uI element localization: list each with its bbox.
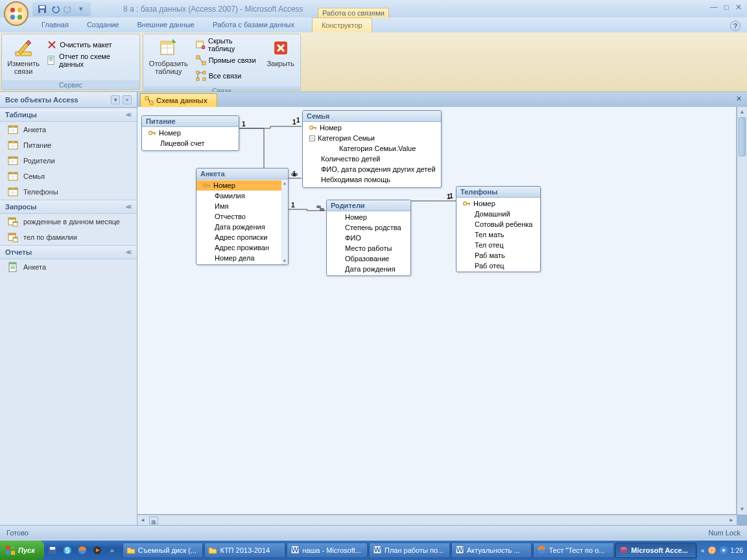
ql-media-icon[interactable] <box>90 543 104 557</box>
nav-group-header[interactable]: Запросы≪ <box>0 200 137 214</box>
scroll-up-icon[interactable]: ▲ <box>737 107 747 117</box>
start-button[interactable]: Пуск <box>0 541 44 560</box>
hide-table-button[interactable]: Скрыть таблицу <box>193 38 262 52</box>
help-icon[interactable]: ? <box>730 21 741 31</box>
close-button[interactable]: Закрыть <box>264 36 297 69</box>
table-field[interactable]: Место работы <box>327 243 410 253</box>
horizontal-scrollbar[interactable]: ◄ ▦ ► <box>137 515 737 525</box>
ql-save-icon[interactable] <box>45 543 60 557</box>
redo-icon[interactable] <box>62 3 74 15</box>
taskbar-button[interactable]: WАктуальность ... <box>451 542 532 558</box>
scroll-down-icon[interactable]: ▼ <box>737 504 747 515</box>
table-field[interactable]: Номер <box>196 180 288 191</box>
record-selector-icon[interactable]: ▦ <box>149 517 158 524</box>
qat-dropdown-icon[interactable]: ▾ <box>75 3 87 15</box>
table-roditeli[interactable]: РодителиНомерСтепень родстваФИОМесто раб… <box>326 200 411 276</box>
nav-dropdown-icon[interactable]: ▾ <box>111 95 120 104</box>
tab-create[interactable]: Создание <box>78 18 128 32</box>
table-field[interactable]: Имя <box>196 201 288 211</box>
table-telefony[interactable]: ТелефоныНомерДомашнийСотовый ребенкаТел … <box>456 186 541 272</box>
scroll-right-icon[interactable]: ► <box>726 515 737 526</box>
table-field[interactable]: ФИО, дата рождения других детей <box>303 164 441 174</box>
tray-app-icon[interactable]: @ <box>707 546 717 555</box>
direct-relationships-button[interactable]: Прямые связи <box>193 53 262 67</box>
table-field[interactable]: Сотовый ребенка <box>456 219 540 229</box>
nav-item[interactable]: Телефоны <box>0 184 137 200</box>
table-field[interactable]: Адрес проживан <box>196 242 288 253</box>
table-header[interactable]: Питание <box>142 116 239 127</box>
tab-home[interactable]: Главная <box>32 18 78 32</box>
minimize-button[interactable]: — <box>710 3 718 12</box>
doc-tab-close-icon[interactable]: ✕ <box>734 95 743 104</box>
expand-icon[interactable]: − <box>309 135 315 141</box>
tray-network-icon[interactable] <box>719 546 728 555</box>
table-field[interactable]: Номер <box>303 122 441 133</box>
ql-firefox-icon[interactable] <box>75 543 89 557</box>
table-field[interactable]: Фамилия <box>196 191 288 201</box>
scroll-thumb[interactable] <box>739 117 746 156</box>
system-tray[interactable]: « @ 1:26 <box>697 541 747 560</box>
relationship-report-button[interactable]: Отчет по схеме данных <box>44 53 134 67</box>
table-field[interactable]: −Категория Семьи <box>303 133 441 143</box>
table-field[interactable]: Раб отец <box>456 261 540 271</box>
tab-external-data[interactable]: Внешние данные <box>128 18 204 32</box>
table-header[interactable]: Семья <box>303 111 441 122</box>
table-field[interactable]: Домашний <box>456 209 540 219</box>
clear-layout-button[interactable]: Очистить макет <box>44 38 134 52</box>
nav-group-header[interactable]: Таблицы≪ <box>0 108 137 122</box>
taskbar-button[interactable]: Wнаша - Microsoft... <box>287 542 368 558</box>
show-table-button[interactable]: Отобразить таблицу <box>147 36 191 76</box>
taskbar-button[interactable]: Съемный диск (... <box>123 542 204 558</box>
tab-design[interactable]: Конструктор <box>312 18 372 32</box>
taskbar-button[interactable]: Тест "Тест по о... <box>533 542 614 558</box>
table-header[interactable]: Телефоны <box>456 187 540 198</box>
all-relationships-button[interactable]: Все связи <box>193 69 262 83</box>
nav-pane-header[interactable]: Все объекты Access ▾ « <box>0 92 137 108</box>
vertical-scrollbar[interactable]: ▲ ▼ <box>737 107 747 515</box>
taskbar-button[interactable]: Microsoft Acce... <box>615 542 696 558</box>
tray-clock[interactable]: 1:26 <box>731 547 743 554</box>
nav-collapse-icon[interactable]: « <box>123 95 132 104</box>
table-field[interactable]: Дата рождения <box>196 222 288 232</box>
maximize-button[interactable]: □ <box>724 3 729 12</box>
scroll-left-icon[interactable]: ◄ <box>137 515 148 526</box>
table-field[interactable]: Тел мать <box>456 229 540 240</box>
ql-expand-icon[interactable]: » <box>105 543 119 557</box>
table-field[interactable]: Адрес прописки <box>196 232 288 242</box>
table-header[interactable]: Родители <box>327 200 410 211</box>
table-field[interactable]: Отчество <box>196 211 288 222</box>
edit-relationships-button[interactable]: Изменить связи <box>5 36 42 76</box>
table-field[interactable]: Раб мать <box>456 250 540 261</box>
taskbar-button[interactable]: КТП 2013-2014 <box>204 542 285 558</box>
office-button[interactable] <box>4 1 29 26</box>
table-field[interactable]: Номер <box>142 128 239 138</box>
table-field[interactable]: Номер <box>456 198 540 209</box>
nav-item[interactable]: рожденные в данном месяце <box>0 214 137 229</box>
table-header[interactable]: Анкета <box>196 169 288 180</box>
table-field[interactable]: Тел отец <box>456 240 540 250</box>
nav-group-header[interactable]: Отчеты≪ <box>0 245 137 259</box>
table-anketa[interactable]: АнкетаНомерФамилияИмяОтчествоДата рожден… <box>196 168 289 265</box>
taskbar-button[interactable]: WПлан работы по... <box>369 542 450 558</box>
nav-item[interactable]: Питание <box>0 137 137 153</box>
table-scrollbar[interactable]: ▲▼ <box>281 180 288 264</box>
doc-tab-schema[interactable]: Схема данных <box>140 93 217 107</box>
save-icon[interactable] <box>36 3 48 15</box>
nav-item[interactable]: Анкета <box>0 259 137 275</box>
nav-item[interactable]: Анкета <box>0 122 137 137</box>
table-field[interactable]: Лицевой счет <box>142 138 239 148</box>
table-field[interactable]: Номер дела <box>196 253 288 263</box>
nav-item[interactable]: Родители <box>0 153 137 169</box>
table-field[interactable]: Небходимая помощь <box>303 174 441 185</box>
table-field[interactable]: Номер <box>327 212 410 222</box>
table-field[interactable]: Образование <box>327 253 410 264</box>
table-field[interactable]: Степень родства <box>327 222 410 233</box>
relationships-canvas[interactable]: 11∞∞11∞1∞1∞1 ПитаниеНомерЛицевой счетАнк… <box>137 107 737 515</box>
table-field[interactable]: Количество детей <box>303 154 441 164</box>
tab-database-tools[interactable]: Работа с базами данных <box>204 18 303 32</box>
nav-item[interactable]: Семья <box>0 169 137 184</box>
table-semya[interactable]: СемьяНомер−Категория СемьиКатегория Семь… <box>302 110 442 188</box>
close-button[interactable]: ✕ <box>735 3 742 12</box>
tray-expand-icon[interactable]: « <box>701 547 705 554</box>
nav-item[interactable]: тел по фамилии <box>0 229 137 245</box>
